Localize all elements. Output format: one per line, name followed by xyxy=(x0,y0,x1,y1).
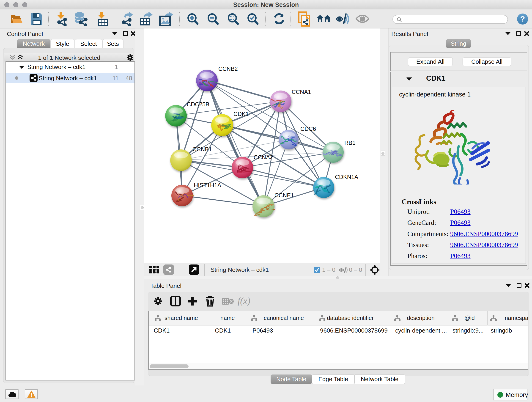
tp-ic-fx: f(x) xyxy=(238,295,250,306)
svg-text:CDC6: CDC6 xyxy=(300,126,316,132)
ic-eye xyxy=(355,13,369,24)
nt-row: CDK1 CDK1 P06493 9606.ENSP00000378699 cy… xyxy=(149,325,528,336)
ic-overview xyxy=(316,13,331,25)
ic-import-tbl xyxy=(96,12,109,26)
svg-text:CCNA2: CCNA2 xyxy=(254,154,273,160)
network-graph: CCNB2 CCNA1 CDC25B CDK1 CDC6 RB1 CCNB1 C… xyxy=(144,28,380,263)
ic-copy xyxy=(298,11,311,27)
tp-ic-trash xyxy=(205,295,215,307)
ic-export-tbl xyxy=(139,11,153,26)
cp-netlist: String Network – cdk1 1 String Network –… xyxy=(6,61,135,380)
net-row-selected[interactable]: String Network – cdk1 11 48 xyxy=(6,73,134,83)
gutter-right xyxy=(380,28,389,276)
ic-zoom-in xyxy=(186,12,199,26)
svg-text:CCNA1: CCNA1 xyxy=(292,89,311,95)
control-panel: Control Panel Network Style Select Sets … xyxy=(0,28,135,385)
ic-import-db xyxy=(74,12,89,26)
sb-memory[interactable]: Memory xyxy=(493,389,527,400)
svg-text:CCNB2: CCNB2 xyxy=(218,65,238,72)
ic-refresh xyxy=(273,12,285,26)
ic-zoom-out xyxy=(207,12,220,26)
main-toolbar: ? xyxy=(0,9,532,28)
btn-expand-all[interactable]: Expand All xyxy=(408,57,453,66)
title-bar: Session: New Session xyxy=(0,0,532,9)
tp-tabs: Node Table Edge Table Network Table xyxy=(144,375,532,384)
nt-header: shared name name canonical name database… xyxy=(149,311,528,325)
cp-selectbar: 1 of 1 Network selected xyxy=(4,53,134,61)
cytoscape-window: Session: New Session xyxy=(0,0,532,402)
divider-h xyxy=(144,276,532,279)
svg-text:CDK1: CDK1 xyxy=(234,111,249,117)
nt-hscroll xyxy=(149,363,528,370)
net-row-collection: String Network – cdk1 1 xyxy=(6,62,134,73)
results-panel: Results Panel String Expand All Collapse… xyxy=(389,28,532,276)
ic-import-net xyxy=(55,12,68,26)
rp-cdk1-box: CDK1 cyclin-dependent kinase 1 xyxy=(390,72,527,266)
tp-ic-delcol xyxy=(222,297,234,306)
ic-save xyxy=(30,12,43,26)
tp-ic-cols xyxy=(170,296,181,306)
table-panel: Table Panel f(x) xyxy=(144,279,532,385)
cp-tabs: Network Style Select Sets xyxy=(0,39,135,48)
help-btn[interactable]: ? xyxy=(517,13,528,25)
sb-warning[interactable] xyxy=(25,389,38,399)
svg-text:HIST1H1A: HIST1H1A xyxy=(194,182,221,188)
search-box[interactable] xyxy=(393,15,508,24)
btn-collapse-all[interactable]: Collapse All xyxy=(462,57,511,66)
sb-cloud[interactable] xyxy=(5,389,19,399)
ic-eye-slash xyxy=(336,13,351,25)
ic-zoom-fit xyxy=(227,12,240,26)
svg-text:CDKN1A: CDKN1A xyxy=(335,174,358,180)
svg-text:CDC25B: CDC25B xyxy=(187,101,209,108)
gutter-left xyxy=(135,28,144,385)
rp-string-tab[interactable]: String xyxy=(446,39,471,48)
ic-export-img xyxy=(159,11,174,26)
network-view: CCNB2 CCNA1 CDC25B CDK1 CDC6 RB1 CCNB1 C… xyxy=(144,28,380,276)
rp-cdk1-body: cyclin-dependent kinase 1 xyxy=(392,87,526,264)
svg-text:RB1: RB1 xyxy=(344,140,355,146)
ic-open xyxy=(10,12,23,26)
protein-image xyxy=(403,110,491,185)
tp-ic-plus xyxy=(187,296,198,306)
nodes xyxy=(165,70,344,217)
node-table: shared name name canonical name database… xyxy=(148,311,528,370)
svg-text:CCNE1: CCNE1 xyxy=(274,192,294,198)
ic-zoom-sel xyxy=(247,12,259,26)
netview-toolbar: String Network – cdk1 1 – 0 0 – 0 xyxy=(144,263,380,276)
status-bar: Memory xyxy=(0,386,532,402)
rp-expand-box: Expand All Collapse All xyxy=(390,52,527,71)
svg-text:CCNB1: CCNB1 xyxy=(192,146,212,153)
tp-ic-gear xyxy=(153,296,163,306)
ic-export-net xyxy=(121,12,135,26)
